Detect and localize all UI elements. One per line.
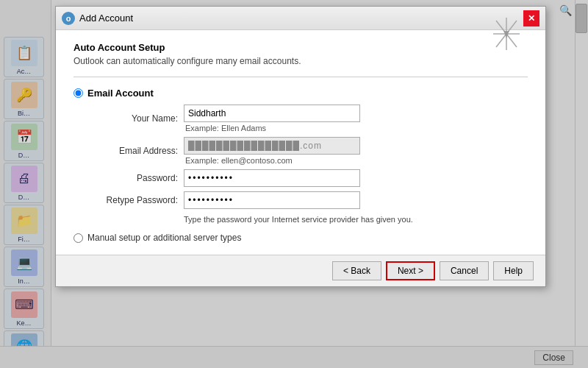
manual-setup-radio[interactable] [74, 233, 83, 243]
password-field-wrap [184, 169, 528, 187]
email-account-label[interactable]: Email Account [87, 88, 154, 99]
email-account-radio-row: Email Account [74, 88, 528, 99]
manual-setup-row: Manual setup or additional server types [74, 233, 528, 243]
help-button[interactable]: Help [493, 261, 534, 280]
email-address-example: Example: ellen@contoso.com [185, 156, 528, 165]
dialog-footer: < Back Next > Cancel Help [56, 255, 545, 286]
password-label: Password: [88, 173, 184, 183]
email-address-label: Email Address: [88, 146, 184, 156]
cancel-button[interactable]: Cancel [440, 261, 489, 280]
email-address-field-wrap: Example: ellen@contoso.com [184, 137, 528, 165]
back-button[interactable]: < Back [332, 261, 381, 280]
retype-password-label: Retype Password: [88, 195, 184, 205]
dialog-title: Add Account [79, 13, 519, 24]
auto-setup-heading: Auto Account Setup [74, 42, 528, 53]
dialog-app-icon: o [62, 12, 75, 25]
dialog-body: Auto Account Setup Outlook can automatic… [56, 30, 545, 255]
add-account-dialog: o Add Account ✕ Auto Account Setup Outlo… [55, 6, 546, 287]
email-account-radio[interactable] [74, 88, 83, 98]
manual-setup-label[interactable]: Manual setup or additional server types [87, 233, 241, 243]
retype-password-field-wrap [184, 191, 528, 209]
your-name-input[interactable] [184, 105, 360, 122]
password-hint: Type the password your Internet service … [184, 215, 528, 224]
section-divider [74, 77, 528, 77]
dialog-close-button[interactable]: ✕ [523, 10, 539, 26]
retype-password-input[interactable] [184, 191, 360, 209]
email-account-section: Email Account Your Name: Example: Ellen … [74, 88, 528, 224]
dialog-icon-letter: o [66, 14, 71, 23]
your-name-field-wrap: Example: Ellen Adams [184, 105, 528, 132]
password-input[interactable] [184, 169, 360, 187]
auto-setup-subtitle: Outlook can automatically configure many… [74, 56, 528, 66]
email-address-input[interactable] [184, 137, 360, 155]
dialog-titlebar: o Add Account ✕ [56, 7, 545, 30]
cursor-hint [493, 18, 520, 52]
next-button[interactable]: Next > [386, 261, 435, 280]
your-name-label: Your Name: [88, 113, 184, 124]
your-name-example: Example: Ellen Adams [185, 124, 528, 132]
account-form: Your Name: Example: Ellen Adams Email Ad… [88, 105, 528, 224]
